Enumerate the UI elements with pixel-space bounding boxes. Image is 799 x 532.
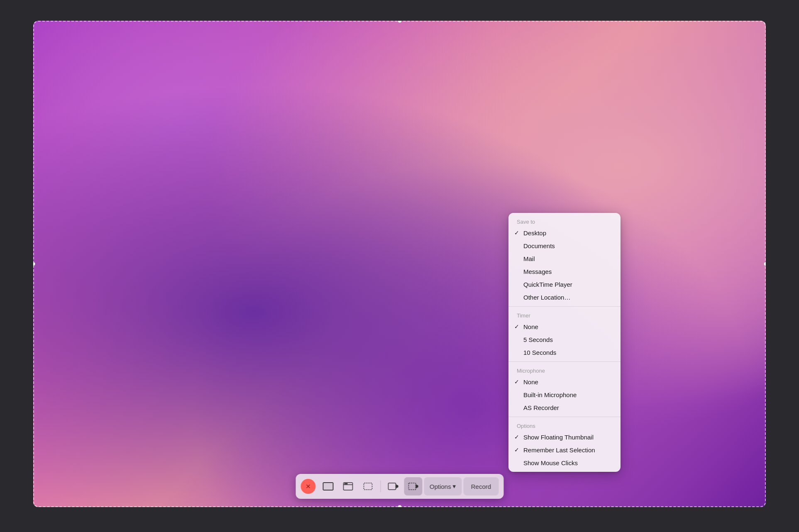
corner-handle-bc[interactable] <box>398 505 402 507</box>
svg-rect-13 <box>408 483 415 490</box>
menu-item-built-in-mic[interactable]: Built-in Microphone <box>508 388 621 401</box>
svg-rect-3 <box>323 483 333 490</box>
record-screen-button[interactable] <box>384 477 402 495</box>
corner-handle-tc[interactable] <box>398 21 402 23</box>
options-button-label: Options <box>430 483 451 490</box>
corner-handle-br[interactable] <box>764 505 766 507</box>
corner-handle-tl[interactable] <box>33 21 35 23</box>
toolbar-divider <box>380 481 381 492</box>
menu-item-show-thumbnail[interactable]: Show Floating Thumbnail <box>508 431 621 444</box>
menu-item-messages[interactable]: Messages <box>508 265 621 278</box>
menu-item-as-recorder[interactable]: AS Recorder <box>508 401 621 414</box>
svg-point-6 <box>345 483 345 484</box>
options-chevron-icon: ▾ <box>453 483 456 490</box>
record-button-label: Record <box>471 483 491 490</box>
menu-item-quicktime[interactable]: QuickTime Player <box>508 278 621 291</box>
options-section-label: Options <box>508 420 621 431</box>
microphone-label: Microphone <box>508 364 621 376</box>
separator-1 <box>508 306 621 307</box>
record-selection-button[interactable] <box>404 477 422 495</box>
save-to-label: Save to <box>508 215 621 227</box>
corner-handle-bl[interactable] <box>33 505 35 507</box>
menu-item-remember-selection[interactable]: Remember Last Selection <box>508 444 621 456</box>
menu-item-10-seconds[interactable]: 10 Seconds <box>508 346 621 359</box>
svg-rect-9 <box>388 483 396 490</box>
corner-handle-tr[interactable] <box>764 21 766 23</box>
menu-item-desktop[interactable]: Desktop <box>508 227 621 239</box>
menu-item-5-seconds[interactable]: 5 Seconds <box>508 333 621 346</box>
svg-point-14 <box>415 486 418 488</box>
corner-handle-ml[interactable] <box>33 262 35 266</box>
menu-item-other-location[interactable]: Other Location… <box>508 291 621 304</box>
svg-point-7 <box>346 483 347 484</box>
svg-point-10 <box>396 486 398 488</box>
close-button[interactable] <box>301 479 315 494</box>
record-button[interactable]: Record <box>464 477 498 495</box>
menu-item-timer-none[interactable]: None <box>508 320 621 333</box>
screen-container: Save to Desktop Documents Mail Messages … <box>0 0 799 532</box>
timer-label: Timer <box>508 309 621 320</box>
options-button[interactable]: Options ▾ <box>424 477 462 495</box>
menu-item-show-mouse-clicks[interactable]: Show Mouse Clicks <box>508 456 621 469</box>
separator-2 <box>508 361 621 362</box>
screenshot-selection-button[interactable] <box>359 477 377 495</box>
screenshot-screen-button[interactable] <box>319 477 337 495</box>
wallpaper <box>33 21 766 507</box>
menu-item-mail[interactable]: Mail <box>508 252 621 265</box>
menu-item-documents[interactable]: Documents <box>508 239 621 252</box>
options-dropdown: Save to Desktop Documents Mail Messages … <box>508 213 621 472</box>
menu-item-mic-none[interactable]: None <box>508 376 621 388</box>
separator-3 <box>508 417 621 417</box>
corner-handle-mr[interactable] <box>764 262 766 266</box>
screenshot-window-button[interactable] <box>339 477 357 495</box>
svg-rect-8 <box>364 483 372 490</box>
screenshot-toolbar: Options ▾ Record <box>296 474 503 499</box>
